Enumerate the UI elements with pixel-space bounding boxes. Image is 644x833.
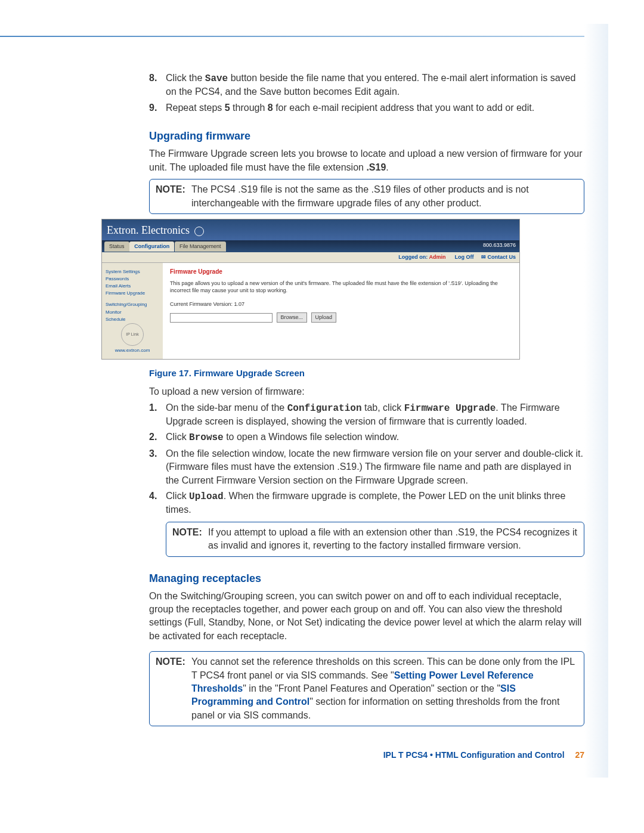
firmware-file-input[interactable] [170, 313, 273, 323]
t: Click [166, 432, 189, 442]
mono: Upload [189, 491, 224, 502]
mono: Configuration [287, 403, 362, 414]
note-label: NOTE: [156, 183, 191, 210]
brand-logo-icon [194, 227, 204, 236]
upload-intro: To upload a new version of firmware: [149, 385, 584, 398]
contact-link[interactable]: Contact Us [487, 254, 516, 260]
brand-text: Extron. Electronics [107, 224, 190, 236]
sidebar-item-schedule[interactable]: Schedule [106, 316, 159, 323]
footer-page-number: 27 [575, 750, 584, 760]
step-text: On the side-bar menu of the Configuratio… [166, 401, 584, 429]
b: .S19 [366, 162, 386, 172]
firmware-upgrade-screenshot: Extron. Electronics Status Configuration… [101, 219, 520, 360]
step-text: Click the Save button beside the file na… [166, 72, 584, 99]
note-invalid-extension: NOTE: If you attempt to upload a file wi… [166, 522, 584, 557]
step-num: 9. [149, 101, 166, 114]
upload-step-4: 4.Click Upload. When the firmware upgrad… [149, 490, 584, 517]
t: to open a Windows file selection window. [224, 432, 399, 442]
note-label: NOTE: [172, 526, 208, 553]
save-mono: Save [205, 73, 228, 84]
sidebar-logo: IP Link www.extron.com [106, 323, 159, 354]
sidebar-url[interactable]: www.extron.com [106, 347, 159, 354]
footer-title: IPL T PCS4 • HTML Configuration and Cont… [383, 750, 565, 760]
upload-button[interactable]: Upload [311, 312, 337, 323]
t: Click [166, 491, 189, 501]
shot-main-desc: This page allows you to upload a new ver… [170, 280, 512, 295]
browse-button[interactable]: Browse... [277, 312, 308, 323]
note-thresholds: NOTE: You cannot set the reference thres… [149, 651, 584, 726]
step-text: Click Browse to open a Windows file sele… [166, 431, 584, 444]
mono: Firmware Upgrade [404, 403, 496, 414]
ip-link-logo-icon: IP Link [121, 323, 144, 346]
sidebar-item-system-settings[interactable]: System Settings [106, 268, 159, 275]
shot-brand-bar: Extron. Electronics [102, 219, 519, 240]
upload-step-2: 2.Click Browse to open a Windows file se… [149, 431, 584, 444]
shot-upload-row: Browse... Upload [170, 312, 512, 323]
t: Click the [166, 73, 205, 83]
page-top-rule [0, 36, 584, 37]
section1-intro: The Firmware Upgrade screen lets you bro… [149, 147, 584, 174]
t: button beside the file name that you ent… [166, 73, 575, 97]
note-label: NOTE: [156, 655, 191, 722]
logged-user: Admin [429, 254, 445, 260]
t: " in the "Front Panel Features and Opera… [243, 683, 500, 693]
heading-upgrading-firmware: Upgrading firmware [149, 129, 584, 144]
step-num: 4. [149, 490, 166, 517]
t: . When the firmware upgrade is complete,… [166, 491, 565, 515]
shot-main: Firmware Upgrade This page allows you to… [163, 263, 519, 360]
step-num: 1. [149, 401, 166, 429]
t: tab, click [362, 402, 404, 413]
note-firmware-s19: NOTE: The PCS4 .S19 file is not the same… [149, 179, 584, 214]
note-text: If you attempt to upload a file with an … [208, 526, 578, 553]
sidebar-item-switching-grouping[interactable]: Switching/Grouping [106, 301, 159, 308]
shot-tabs: Status Configuration File Management 800… [102, 240, 519, 252]
tab-status[interactable]: Status [104, 241, 129, 252]
t: . [386, 162, 388, 172]
shot-info-bar: Logged on: Admin Log Off ✉ Contact Us [102, 252, 519, 263]
phone-number: 800.633.9876 [483, 241, 516, 249]
heading-managing-receptacles: Managing receptacles [149, 571, 584, 586]
section2-text: On the Switching/Grouping screen, you ca… [149, 590, 584, 643]
step-num: 8. [149, 72, 166, 99]
shot-main-heading: Firmware Upgrade [170, 268, 512, 276]
t: On the side-bar menu of the [166, 402, 287, 413]
tab-configuration[interactable]: Configuration [129, 241, 174, 252]
t: Repeat steps [166, 103, 225, 113]
shot-fw-version: Current Firmware Version: 1.07 [170, 301, 512, 308]
logoff-link[interactable]: Log Off [454, 254, 473, 260]
mail-icon: ✉ [481, 254, 486, 260]
tab-file-management[interactable]: File Management [175, 241, 226, 252]
step-text: Repeat steps 5 through 8 for each e-mail… [166, 101, 584, 114]
t: through [230, 103, 268, 113]
upload-step-3: 3.On the file selection window, locate t… [149, 447, 584, 487]
b: 8 [268, 103, 273, 113]
sidebar-item-firmware-upgrade[interactable]: Firmware Upgrade [106, 290, 159, 296]
step-num: 2. [149, 431, 166, 444]
sidebar-item-passwords[interactable]: Passwords [106, 275, 159, 282]
b: 5 [225, 103, 230, 113]
step-num: 3. [149, 447, 166, 487]
sidebar-item-email-alerts[interactable]: Email Alerts [106, 283, 159, 289]
figure-17-caption: Figure 17. Firmware Upgrade Screen [149, 367, 584, 379]
shot-sidebar: System Settings Passwords Email Alerts F… [102, 263, 163, 360]
logged-label: Logged on: [398, 254, 428, 260]
page-footer: IPL T PCS4 • HTML Configuration and Cont… [0, 750, 584, 760]
note-text: You cannot set the reference thresholds … [191, 655, 578, 722]
step-8: 8. Click the Save button beside the file… [149, 72, 584, 99]
t: On the file selection window, locate the… [166, 448, 583, 485]
mono: Browse [189, 432, 224, 443]
step-9: 9. Repeat steps 5 through 8 for each e-m… [149, 101, 584, 114]
step-text: Click Upload. When the firmware upgrade … [166, 490, 584, 517]
step-text: On the file selection window, locate the… [166, 447, 584, 487]
page-side-gradient [584, 24, 608, 778]
sidebar-item-monitor[interactable]: Monitor [106, 309, 159, 315]
t: for each e-mail recipient address that y… [273, 103, 534, 113]
upload-step-1: 1.On the side-bar menu of the Configurat… [149, 401, 584, 429]
note-text: The PCS4 .S19 file is not the same as th… [191, 183, 578, 210]
